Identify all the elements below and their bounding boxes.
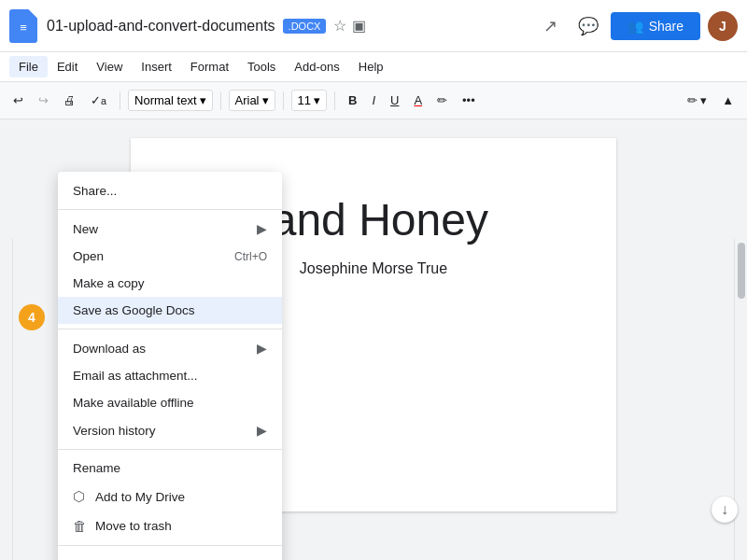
title-icons: ☆ ▣ bbox=[333, 17, 366, 35]
scroll-thumb[interactable] bbox=[738, 243, 745, 299]
dd-divider-4 bbox=[58, 545, 282, 546]
dd-save-google-docs-label: Save as Google Docs bbox=[73, 303, 195, 317]
arrow-icon-download: ▶ bbox=[257, 341, 267, 356]
document-area: ees and Honey Josephine Morse True Share… bbox=[0, 119, 747, 560]
toolbar-sep-4 bbox=[334, 91, 335, 110]
dd-save-google-docs[interactable]: Save as Google Docs bbox=[58, 297, 282, 324]
dd-make-copy[interactable]: Make a copy bbox=[58, 270, 282, 297]
dd-rename[interactable]: Rename bbox=[58, 455, 282, 482]
dd-download-as[interactable]: Download as ▶ bbox=[58, 334, 282, 362]
dd-add-to-drive[interactable]: ⬡ Add to My Drive bbox=[58, 482, 282, 511]
menu-bar: File Edit View Insert Format Tools Add-o… bbox=[0, 52, 747, 82]
dd-new[interactable]: New ▶ bbox=[58, 215, 282, 243]
chevron-down-icon: ▾ bbox=[262, 93, 269, 107]
text-style-select[interactable]: Normal text ▾ bbox=[128, 90, 212, 111]
people-icon: 👥 bbox=[627, 19, 643, 34]
toolbar-sep-1 bbox=[120, 91, 120, 110]
dd-available-offline-label: Make available offline bbox=[73, 396, 194, 410]
dd-version-history[interactable]: Version history ▶ bbox=[58, 416, 282, 444]
scroll-bottom-btn[interactable]: ↓ bbox=[712, 497, 738, 523]
dd-rename-label: Rename bbox=[73, 461, 120, 475]
redo-btn[interactable]: ↪ bbox=[33, 90, 54, 111]
dd-move-to-trash-label: Move to trash bbox=[95, 519, 172, 533]
dd-publish-web[interactable]: Publish to the web... bbox=[58, 551, 282, 560]
highlight-btn[interactable]: ✏ bbox=[431, 90, 453, 111]
menu-item-file[interactable]: File bbox=[9, 56, 48, 77]
bold-btn[interactable]: B bbox=[343, 90, 362, 111]
file-dropdown-menu: Share... New ▶ Open Ctrl+O Make a copy S… bbox=[58, 172, 282, 560]
spellcheck-btn[interactable]: ✓a bbox=[85, 90, 112, 111]
dd-add-to-drive-label: Add to My Drive bbox=[95, 490, 185, 504]
trend-icon-btn[interactable]: ↗ bbox=[536, 11, 566, 41]
chevron-down-icon: ▾ bbox=[314, 93, 320, 107]
more-btn[interactable]: ••• bbox=[457, 90, 481, 111]
undo-btn[interactable]: ↩ bbox=[7, 90, 29, 111]
menu-item-format[interactable]: Format bbox=[181, 56, 238, 77]
dd-divider-1 bbox=[58, 209, 282, 210]
font-select[interactable]: Arial ▾ bbox=[229, 90, 275, 111]
arrow-icon-version: ▶ bbox=[257, 423, 267, 438]
dd-email-attachment[interactable]: Email as attachment... bbox=[58, 362, 282, 389]
menu-item-help[interactable]: Help bbox=[349, 56, 393, 77]
star-icon[interactable]: ☆ bbox=[333, 17, 346, 35]
share-button[interactable]: 👥 Share bbox=[611, 12, 700, 40]
toolbar-sep-2 bbox=[220, 91, 221, 110]
dd-share-label: Share... bbox=[73, 184, 117, 198]
docx-badge: .DOCX bbox=[283, 19, 327, 34]
folder-icon[interactable]: ▣ bbox=[352, 17, 366, 35]
dd-share[interactable]: Share... bbox=[58, 177, 282, 204]
menu-item-insert[interactable]: Insert bbox=[132, 56, 181, 77]
chevron-down-icon: ▾ bbox=[200, 93, 206, 107]
dd-download-as-label: Download as bbox=[73, 342, 146, 356]
dd-make-copy-label: Make a copy bbox=[73, 276, 145, 290]
font-size-select[interactable]: 11 ▾ bbox=[291, 90, 327, 111]
menu-item-edit[interactable]: Edit bbox=[48, 56, 87, 77]
doc-title: 01-upload-and-convert-documents bbox=[47, 18, 275, 35]
comment-icon-btn[interactable]: 💬 bbox=[573, 11, 603, 41]
editing-mode-btn[interactable]: ✏ ▾ bbox=[682, 90, 713, 111]
collapse-btn[interactable]: ▲ bbox=[716, 90, 740, 111]
print-btn[interactable]: 🖨 bbox=[58, 90, 81, 111]
dd-new-label: New bbox=[73, 222, 98, 236]
dd-divider-2 bbox=[58, 329, 282, 329]
text-color-btn[interactable]: A bbox=[408, 90, 428, 111]
dd-available-offline[interactable]: Make available offline bbox=[58, 389, 282, 416]
toolbar-sep-3 bbox=[283, 91, 284, 110]
underline-btn[interactable]: U bbox=[385, 90, 404, 111]
menu-item-tools[interactable]: Tools bbox=[238, 56, 285, 77]
trash-icon: 🗑 bbox=[73, 518, 92, 534]
toolbar: ↩ ↪ 🖨 ✓a Normal text ▾ Arial ▾ 11 ▾ B I … bbox=[0, 82, 747, 119]
dd-email-attachment-label: Email as attachment... bbox=[73, 369, 198, 383]
menu-item-view[interactable]: View bbox=[87, 56, 132, 77]
top-bar: ≡ 01-upload-and-convert-documents .DOCX … bbox=[0, 0, 747, 52]
menu-item-addons[interactable]: Add-ons bbox=[285, 56, 348, 77]
left-margin bbox=[0, 239, 13, 560]
badge-4: 4 bbox=[19, 304, 45, 330]
dd-open-shortcut: Ctrl+O bbox=[234, 250, 267, 263]
dd-open-label: Open bbox=[73, 249, 104, 263]
doc-icon: ≡ bbox=[9, 9, 37, 43]
dd-version-history-label: Version history bbox=[73, 424, 156, 438]
italic-btn[interactable]: I bbox=[366, 90, 381, 111]
drive-icon: ⬡ bbox=[73, 488, 92, 505]
dd-move-to-trash[interactable]: 🗑 Move to trash bbox=[58, 511, 282, 540]
arrow-icon: ▶ bbox=[257, 221, 267, 236]
top-right-actions: ↗ 💬 👥 Share J bbox=[536, 11, 738, 41]
dd-open[interactable]: Open Ctrl+O bbox=[58, 243, 282, 270]
avatar[interactable]: J bbox=[708, 11, 738, 41]
dd-divider-3 bbox=[58, 449, 282, 450]
